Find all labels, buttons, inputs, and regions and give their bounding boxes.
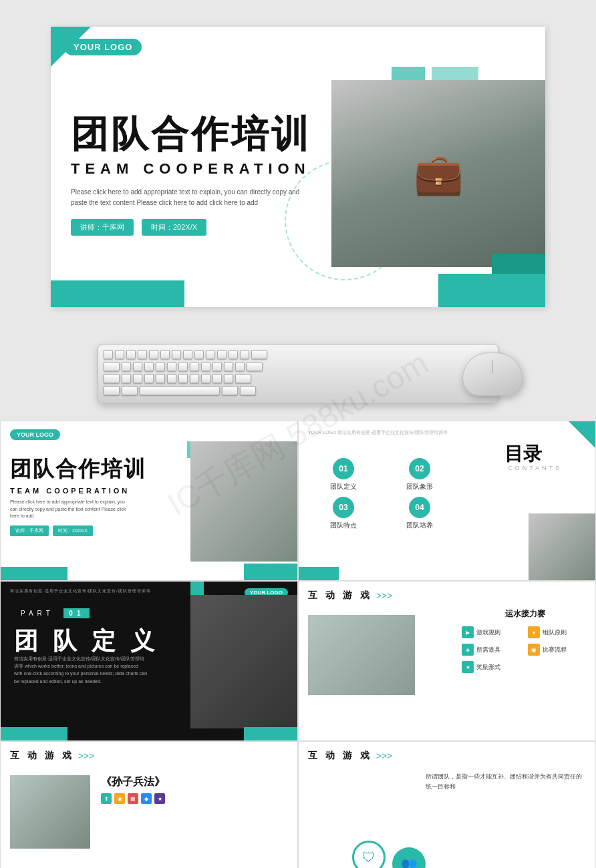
teal-block-bottom: [438, 274, 545, 307]
slide4-photo: [190, 595, 297, 728]
key: [235, 362, 245, 371]
slide5-item-text-4: 比赛流程: [543, 646, 567, 654]
slide1-wrapper: YOUR LOGO 团队合作培训 TEAM COOPERATION Please…: [0, 0, 596, 320]
key: [201, 374, 210, 383]
key-wide: [240, 386, 256, 395]
slide7-shield-icon: 🛡: [352, 841, 386, 868]
key: [224, 362, 233, 371]
slide4: 简洁实用有创意·适用于企业文化宣传/团队文化宣传/团队管理培训等 YOUR LO…: [0, 581, 298, 741]
slide1-tags: 讲师：千库网 时间：202X/X: [71, 219, 358, 236]
slide4-teal-bl: [1, 727, 67, 740]
slide3-item-04: 04 团队培养: [384, 497, 455, 530]
slide6-header-arrows: >>>: [78, 750, 95, 761]
slide6-ico-2: ◉: [114, 793, 125, 804]
key: [217, 350, 227, 359]
key-wide: [251, 350, 267, 359]
slide2-tag1: 讲师：千库网: [10, 525, 49, 536]
slide2: YOUR LOGO 团队合作培训 TEAM COOPERATION Please…: [0, 421, 298, 581]
key: [104, 350, 113, 359]
key: [149, 350, 158, 359]
slide6-photo: [10, 775, 90, 849]
key-wide: [235, 374, 251, 383]
key: [156, 362, 165, 371]
key: [190, 374, 199, 383]
slide5-item-4: ▣ 比赛流程: [528, 644, 589, 656]
slide3-title-en: CONTANTS: [508, 465, 562, 471]
key: [167, 374, 176, 383]
slide6-ico-1: ⬆: [101, 793, 112, 804]
key: [212, 374, 222, 383]
key: [133, 362, 142, 371]
key: [212, 362, 222, 371]
slide4-teal-tr: [190, 582, 204, 595]
slide5-icon-1: ▶: [462, 626, 474, 638]
slide5: 互 动 游 戏 >>> 运水接力赛 ▶ 游戏规则 ♦ 组队原则 ◈ 所需道具: [298, 581, 596, 741]
slide5-item-text-3: 所需道具: [476, 646, 500, 654]
key-row-2: [104, 362, 492, 371]
slide4-part: PART 01: [21, 608, 90, 618]
slide1-tag2: 时间：202X/X: [142, 219, 206, 236]
slide2-title-cn: 团队合作培训: [10, 455, 146, 484]
slide5-header-arrows: >>>: [376, 590, 393, 601]
key: [144, 374, 154, 383]
slide2-photo: [190, 441, 297, 562]
slide3-num-02: 02: [409, 458, 430, 479]
key: [172, 350, 181, 359]
slide4-part-label: PART: [21, 610, 54, 617]
slide1-photo-sim: [331, 80, 545, 267]
slide3-teal-corner: [569, 421, 595, 448]
slide4-teal-br: [244, 727, 297, 740]
key: [183, 350, 192, 359]
slide3-item-01: 01 团队定义: [308, 458, 379, 491]
mouse-image: [462, 353, 523, 396]
slide3-photo: [529, 513, 595, 580]
slide2-desc: Please click here to add appropriate tex…: [10, 499, 130, 520]
slide1-content: 团队合作培训 TEAM COOPERATION Please click her…: [71, 114, 358, 236]
four-slide-grid: YOUR LOGO 团队合作培训 TEAM COOPERATION Please…: [0, 421, 596, 868]
slide2-content: 团队合作培训 TEAM COOPERATION Please click her…: [10, 455, 146, 536]
slide5-icon-5: ★: [462, 661, 474, 673]
slide6-ico-4: ◆: [141, 793, 152, 804]
slide5-icon-2: ♦: [528, 626, 540, 638]
slide5-right: 运水接力赛 ▶ 游戏规则 ♦ 组队原则 ◈ 所需道具 ▣ 比赛流程: [462, 608, 589, 673]
slide1-logo: YOUR LOGO: [64, 39, 142, 55]
slide1-desc: Please click here to add appropriate tex…: [71, 187, 311, 208]
slide2-teal-br: [244, 564, 297, 580]
key: [178, 374, 188, 383]
key: [126, 350, 136, 359]
slide1-photo: [331, 80, 545, 267]
mouse-line: [492, 360, 493, 373]
key: [240, 350, 249, 359]
slide4-title-cn: 团 队 定 义: [14, 625, 158, 658]
slide1-main: YOUR LOGO 团队合作培训 TEAM COOPERATION Please…: [51, 27, 545, 307]
slide7-content: 所谓团队，是指一些才能互补、团结和谐并为有共同责任的统一目标和: [426, 772, 586, 793]
key: [144, 362, 154, 371]
slide3-teal-bl: [299, 567, 339, 580]
slide7-people-icon: 👥: [392, 847, 426, 868]
key-row-1: [104, 350, 492, 359]
slide7: 互 动 游 戏 >>> 所谓团队，是指一些才能互补、团结和谐并为有共同责任的统一…: [298, 741, 596, 868]
slide6-icons-row: ⬆ ◉ ▦ ◆ ★: [101, 793, 235, 804]
key: [224, 374, 233, 383]
slide3-title: 目录: [504, 441, 542, 467]
key: [156, 374, 165, 383]
slide5-game-title: 运水接力赛: [462, 608, 589, 620]
slide5-items: ▶ 游戏规则 ♦ 组队原则 ◈ 所需道具 ▣ 比赛流程 ★ 奖励形式: [462, 626, 589, 673]
key: [115, 350, 124, 359]
slide7-header: 互 动 游 戏 >>>: [308, 750, 392, 762]
key: [122, 362, 131, 371]
slide3: YOUR LOGO 简洁实用有创意·适用于企业文化宣传/团队管理培训等 目录 C…: [298, 421, 596, 581]
key: [133, 374, 142, 383]
slide5-icon-4: ▣: [528, 644, 540, 656]
key-wide: [104, 386, 120, 395]
slide6-ico-5: ★: [154, 793, 165, 804]
key-space: [140, 386, 220, 395]
slide3-label-04: 团队培养: [406, 521, 433, 530]
slide6-content: 《孙子兵法》 ⬆ ◉ ▦ ◆ ★: [101, 775, 235, 809]
slide5-item-5: ★ 奖励形式: [462, 661, 523, 673]
key-wide: [122, 386, 138, 395]
slide6: 互 动 游 戏 >>> 《孙子兵法》 ⬆ ◉ ▦ ◆ ★: [0, 741, 298, 868]
slide5-header-title: 互 动 游 戏: [308, 590, 372, 602]
slide1-tag1: 讲师：千库网: [71, 219, 134, 236]
key: [167, 362, 176, 371]
